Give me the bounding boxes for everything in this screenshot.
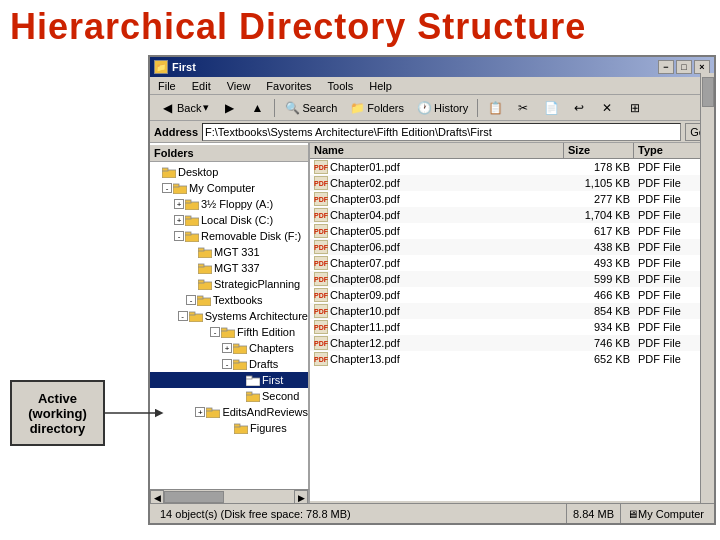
search-button[interactable]: 🔍 Search (279, 97, 342, 119)
file-size: 277 KB (594, 193, 630, 205)
expand-button[interactable]: - (162, 183, 172, 193)
file-type: PDF File (638, 177, 681, 189)
col-size-header[interactable]: Size (564, 143, 634, 158)
file-type: PDF File (638, 305, 681, 317)
back-label: Back (177, 102, 201, 114)
file-name: Chapter03.pdf (330, 193, 400, 205)
file-size-cell: 854 KB (564, 305, 634, 317)
expand-button[interactable]: - (222, 359, 232, 369)
file-size-cell: 277 KB (564, 193, 634, 205)
file-row[interactable]: PDF Chapter02.pdf 1,105 KB PDF File (310, 175, 714, 191)
history-button[interactable]: 🕐 History (411, 97, 473, 119)
file-size-cell: 438 KB (564, 241, 634, 253)
svg-rect-33 (234, 424, 240, 427)
paste-button[interactable]: 📄 (538, 97, 564, 119)
search-icon: 🔍 (284, 100, 300, 116)
file-row[interactable]: PDF Chapter06.pdf 438 KB PDF File (310, 239, 714, 255)
expand-button[interactable]: + (174, 199, 184, 209)
expand-button[interactable]: + (195, 407, 205, 417)
delete-button[interactable]: ✕ (594, 97, 620, 119)
menu-view[interactable]: View (223, 79, 255, 93)
menu-tools[interactable]: Tools (324, 79, 358, 93)
file-type: PDF File (638, 273, 681, 285)
address-input[interactable] (202, 123, 681, 141)
views-icon: ⊞ (627, 100, 643, 116)
tree-item[interactable]: Second (150, 388, 308, 404)
file-row[interactable]: PDF Chapter11.pdf 934 KB PDF File (310, 319, 714, 335)
tree-item[interactable]: Figures (150, 420, 308, 436)
cut-button[interactable]: ✂ (510, 97, 536, 119)
pdf-icon: PDF (314, 336, 328, 350)
tree-item[interactable]: MGT 337 (150, 260, 308, 276)
svg-rect-13 (198, 264, 204, 267)
tree-item[interactable]: -Systems Architecture (150, 308, 308, 324)
tree-item[interactable]: +EditsAndReviews (150, 404, 308, 420)
restore-button[interactable]: □ (676, 60, 692, 74)
folders-button[interactable]: 📁 Folders (344, 97, 409, 119)
expand-button[interactable]: + (222, 343, 232, 353)
copy-button[interactable]: 📋 (482, 97, 508, 119)
tree-item[interactable]: +3½ Floppy (A:) (150, 196, 308, 212)
file-row[interactable]: PDF Chapter10.pdf 854 KB PDF File (310, 303, 714, 319)
close-button[interactable]: × (694, 60, 710, 74)
pdf-icon: PDF (314, 272, 328, 286)
forward-button[interactable]: ▶ (216, 97, 242, 119)
file-row[interactable]: PDF Chapter09.pdf 466 KB PDF File (310, 287, 714, 303)
scroll-left-btn[interactable]: ◀ (150, 490, 164, 504)
expand-button[interactable]: + (174, 215, 184, 225)
tree-item[interactable]: -Textbooks (150, 292, 308, 308)
file-row[interactable]: PDF Chapter07.pdf 493 KB PDF File (310, 255, 714, 271)
back-dropdown-icon[interactable]: ▾ (203, 101, 209, 114)
tree-item[interactable]: -Drafts (150, 356, 308, 372)
svg-rect-1 (162, 168, 168, 171)
folder-pane: Folders Desktop-My Computer+3½ Floppy (A… (150, 143, 310, 501)
tree-item-label: Figures (250, 422, 287, 434)
tree-item[interactable]: Desktop (150, 164, 308, 180)
expand-button[interactable]: - (174, 231, 184, 241)
file-size-cell: 934 KB (564, 321, 634, 333)
file-row[interactable]: PDF Chapter04.pdf 1,704 KB PDF File (310, 207, 714, 223)
tree-item[interactable]: -My Computer (150, 180, 308, 196)
file-size-cell: 466 KB (564, 289, 634, 301)
tree-item[interactable]: -Removable Disk (F:) (150, 228, 308, 244)
window-icon: 📁 (154, 60, 168, 74)
tree-item[interactable]: +Local Disk (C:) (150, 212, 308, 228)
pdf-icon: PDF (314, 208, 328, 222)
file-name: Chapter10.pdf (330, 305, 400, 317)
up-button[interactable]: ▲ (244, 97, 270, 119)
tree-item[interactable]: MGT 331 (150, 244, 308, 260)
undo-button[interactable]: ↩ (566, 97, 592, 119)
file-row[interactable]: PDF Chapter03.pdf 277 KB PDF File (310, 191, 714, 207)
tree-item[interactable]: -Fifth Edition (150, 324, 308, 340)
file-row[interactable]: PDF Chapter01.pdf 178 KB PDF File (310, 159, 714, 175)
pdf-icon: PDF (314, 288, 328, 302)
tree-item[interactable]: StrategicPlanning (150, 276, 308, 292)
menu-help[interactable]: Help (365, 79, 396, 93)
expand-button[interactable]: - (210, 327, 220, 337)
tree-item[interactable]: First (150, 372, 308, 388)
expand-button[interactable]: - (178, 311, 188, 321)
file-row[interactable]: PDF Chapter05.pdf 617 KB PDF File (310, 223, 714, 239)
folder-h-scroll-thumb[interactable] (164, 491, 224, 503)
pdf-icon: PDF (314, 176, 328, 190)
tree-item[interactable]: +Chapters (150, 340, 308, 356)
back-button[interactable]: ◀ Back ▾ (154, 97, 214, 119)
expand-button[interactable]: - (186, 295, 196, 305)
menu-file[interactable]: File (154, 79, 180, 93)
minimize-button[interactable]: − (658, 60, 674, 74)
folder-h-scrollbar[interactable]: ◀ ▶ (150, 489, 310, 503)
svg-rect-3 (173, 184, 179, 187)
file-row[interactable]: PDF Chapter08.pdf 599 KB PDF File (310, 271, 714, 287)
file-name-cell: PDF Chapter11.pdf (310, 320, 564, 334)
menu-favorites[interactable]: Favorites (262, 79, 315, 93)
folder-icon (221, 327, 235, 338)
folders-label: Folders (367, 102, 404, 114)
file-row[interactable]: PDF Chapter13.pdf 652 KB PDF File (310, 351, 714, 367)
scroll-right-btn[interactable]: ▶ (294, 490, 308, 504)
folder-icon (197, 295, 211, 306)
file-row[interactable]: PDF Chapter12.pdf 746 KB PDF File (310, 335, 714, 351)
menu-edit[interactable]: Edit (188, 79, 215, 93)
col-name-header[interactable]: Name (310, 143, 564, 158)
views-button[interactable]: ⊞ (622, 97, 648, 119)
file-type: PDF File (638, 337, 681, 349)
